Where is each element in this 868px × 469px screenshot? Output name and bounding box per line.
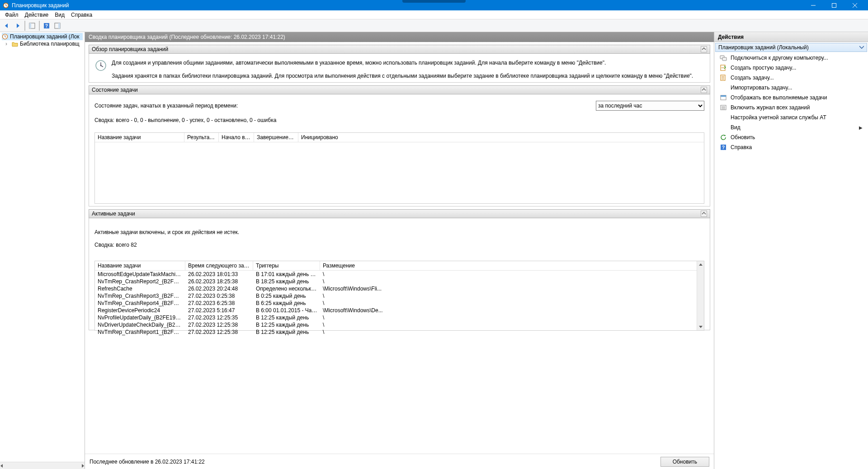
action-label: Справка xyxy=(731,144,752,150)
table-row[interactable]: NvProfileUpdaterDaily_{B2FE1952-...27.02… xyxy=(95,314,704,321)
active-vertical-scrollbar[interactable] xyxy=(697,261,704,330)
action-label: Вид xyxy=(731,124,741,131)
history-icon xyxy=(720,104,727,111)
minimize-button[interactable] xyxy=(803,0,824,10)
table-row[interactable]: MicrosoftEdgeUpdateTaskMachine...26.02.2… xyxy=(95,271,704,278)
action-import-task[interactable]: Импортировать задачу... xyxy=(715,83,867,93)
action-enable-history[interactable]: Включить журнал всех заданий xyxy=(715,103,867,113)
blank-icon xyxy=(720,114,727,121)
cell-nextrun: 26.02.2023 18:25:38 xyxy=(185,278,253,285)
action-view[interactable]: Вид ▶ xyxy=(715,122,867,132)
action-basic-task[interactable]: Создать простую задачу... xyxy=(715,63,867,73)
action-create-task[interactable]: Создать задачу... xyxy=(715,73,867,83)
table-row[interactable]: NvTmRep_CrashReport2_{B2FE195...26.02.20… xyxy=(95,278,704,285)
status-col-initiated[interactable]: Инициировано xyxy=(298,133,348,142)
maximize-button[interactable] xyxy=(824,0,844,10)
table-row[interactable]: NvTmRep_CrashReport3_{B2FE195...27.02.20… xyxy=(95,292,704,300)
collapse-icon[interactable] xyxy=(859,44,864,51)
table-row[interactable]: NvTmRep_CrashReport4_{B2FE195...27.02.20… xyxy=(95,300,704,307)
collapse-icon[interactable] xyxy=(701,211,707,217)
status-header[interactable]: Состояние задачи xyxy=(89,85,710,94)
status-period-select[interactable]: за последний час xyxy=(596,101,704,111)
cell-triggers: Определено несколько... xyxy=(253,285,320,292)
cell-location: \ xyxy=(320,328,410,336)
action-connect[interactable]: Подключиться к другому компьютеру... xyxy=(715,53,867,63)
cell-nextrun: 27.02.2023 12:25:38 xyxy=(185,321,253,328)
collapse-icon[interactable] xyxy=(701,46,707,52)
last-updated-label: Последнее обновление в 26.02.2023 17:41:… xyxy=(90,459,205,465)
overview-header[interactable]: Обзор планировщика заданий xyxy=(89,45,710,54)
forward-button[interactable] xyxy=(13,21,23,31)
action-running-tasks[interactable]: Отображать все выполняемые задачи xyxy=(715,93,867,103)
close-button[interactable] xyxy=(844,0,865,10)
action-refresh[interactable]: Обновить xyxy=(715,132,867,142)
actions-subheader[interactable]: Планировщик заданий (Локальный) xyxy=(715,43,867,52)
table-row[interactable]: NvDriverUpdateCheckDaily_{B2FE1...27.02.… xyxy=(95,321,704,328)
cell-nextrun: 27.02.2023 6:25:38 xyxy=(185,300,253,307)
cell-name: NvProfileUpdaterDaily_{B2FE1952-... xyxy=(95,314,185,321)
menu-view[interactable]: Вид xyxy=(52,11,68,19)
folder-icon xyxy=(12,41,18,47)
status-col-name[interactable]: Название задачи xyxy=(95,133,184,142)
refresh-button[interactable]: Обновить xyxy=(660,457,709,467)
status-col-result[interactable]: Результат... xyxy=(184,133,219,142)
toolbar-separator xyxy=(24,21,25,31)
status-col-start[interactable]: Начало выпо... xyxy=(219,133,254,142)
status-col-end[interactable]: Завершение в... xyxy=(254,133,298,142)
svg-rect-7 xyxy=(58,23,60,28)
active-col-triggers[interactable]: Триггеры xyxy=(253,261,320,270)
action-at-config[interactable]: Настройка учетной записи службы AT xyxy=(715,113,867,122)
active-listview[interactable]: Название задачи Время следующего зап... … xyxy=(94,261,704,331)
cell-location: \ xyxy=(320,321,410,328)
table-row[interactable]: NvTmRep_CrashReport1_{B2FE195...27.02.20… xyxy=(95,328,704,336)
svg-rect-3 xyxy=(29,23,31,28)
overview-section: Обзор планировщика заданий Для создания … xyxy=(89,45,710,83)
center-pane: Сводка планировщика заданий (Последнее о… xyxy=(85,32,714,469)
running-tasks-icon xyxy=(720,94,727,101)
menu-action[interactable]: Действие xyxy=(22,11,52,19)
create-task-icon xyxy=(720,74,727,81)
expand-icon[interactable]: › xyxy=(5,41,10,47)
overview-p1: Для создания и управления общими задания… xyxy=(112,59,693,67)
scheduler-icon xyxy=(2,33,8,40)
back-button[interactable] xyxy=(2,21,12,31)
cell-triggers: В 6:00 01.01.2015 - Част... xyxy=(253,307,320,314)
show-hide-actions-button[interactable] xyxy=(52,21,62,31)
tree-root-node[interactable]: Планировщик заданий (Лок xyxy=(2,33,83,40)
table-row[interactable]: RefreshCache26.02.2023 20:24:48Определен… xyxy=(95,285,704,292)
collapse-icon[interactable] xyxy=(701,87,707,93)
actions-pane: Действия Планировщик заданий (Локальный)… xyxy=(714,32,868,469)
action-label: Создать задачу... xyxy=(731,75,774,81)
cell-location: \ xyxy=(320,292,410,300)
cell-triggers: В 0:25 каждый день xyxy=(253,292,320,300)
cell-name: RegisterDevicePeriodic24 xyxy=(95,307,185,314)
active-title: Активные задачи xyxy=(92,211,135,217)
active-col-location[interactable]: Размещение xyxy=(320,261,410,270)
cell-name: NvTmRep_CrashReport2_{B2FE195... xyxy=(95,278,185,285)
help-button[interactable]: ? xyxy=(42,21,52,31)
action-label: Импортировать задачу... xyxy=(731,84,792,91)
active-header[interactable]: Активные задачи xyxy=(89,209,710,218)
table-row[interactable]: RegisterDevicePeriodic2427.02.2023 5:16:… xyxy=(95,307,704,314)
svg-text:?: ? xyxy=(45,23,48,28)
svg-rect-12 xyxy=(722,57,726,61)
active-col-name[interactable]: Название задачи xyxy=(95,261,185,270)
blank-icon xyxy=(720,84,727,91)
menu-help[interactable]: Справка xyxy=(68,11,95,19)
tree-root-label: Планировщик заданий (Лок xyxy=(10,33,80,40)
status-listview[interactable]: Название задачи Результат... Начало выпо… xyxy=(94,132,704,204)
active-col-nextrun[interactable]: Время следующего зап... xyxy=(185,261,253,270)
cell-nextrun: 26.02.2023 18:01:33 xyxy=(185,271,253,278)
menu-file[interactable]: Файл xyxy=(2,11,22,19)
refresh-icon xyxy=(720,134,727,141)
actions-header: Действия xyxy=(714,32,868,42)
toolbar-separator xyxy=(39,21,40,31)
action-help[interactable]: ? Справка xyxy=(715,142,867,152)
action-label: Обновить xyxy=(731,134,755,141)
tree-horizontal-scrollbar[interactable] xyxy=(0,462,85,469)
blank-icon xyxy=(720,124,727,131)
tree-library-node[interactable]: › Библиотека планировщ xyxy=(5,40,83,47)
show-hide-tree-button[interactable] xyxy=(27,21,37,31)
overview-title: Обзор планировщика заданий xyxy=(92,46,168,52)
cell-location: \Microsoft\Windows\Fli... xyxy=(320,285,410,292)
